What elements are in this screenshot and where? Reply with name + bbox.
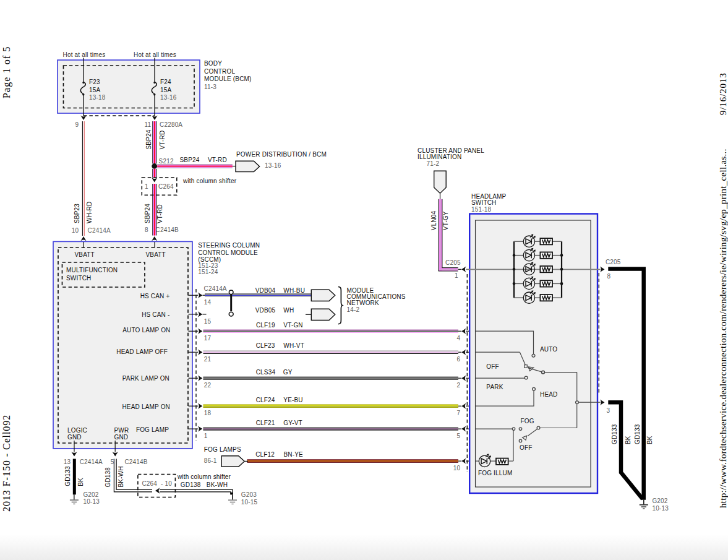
svg-text:151-23: 151-23 xyxy=(198,262,218,269)
svg-text:VDB05: VDB05 xyxy=(255,307,276,314)
svg-text:BN-YE: BN-YE xyxy=(284,451,304,458)
svg-text:2: 2 xyxy=(457,382,461,389)
svg-text:HS CAN -: HS CAN - xyxy=(142,311,169,318)
svg-text:10-13: 10-13 xyxy=(83,498,100,505)
svg-text:8: 8 xyxy=(145,226,148,233)
svg-text:151-24: 151-24 xyxy=(198,269,218,275)
svg-text:5: 5 xyxy=(457,433,461,439)
svg-text:HEAD LAMP ON: HEAD LAMP ON xyxy=(122,403,170,410)
svg-text:10: 10 xyxy=(72,227,79,234)
svg-text:CONTROL: CONTROL xyxy=(204,68,235,75)
svg-text:VLN04: VLN04 xyxy=(430,210,437,230)
svg-text:C2414B: C2414B xyxy=(124,459,147,465)
svg-text:C2414B: C2414B xyxy=(156,226,179,233)
svg-text:21: 21 xyxy=(204,356,212,363)
svg-text:CLF23: CLF23 xyxy=(256,342,275,349)
svg-text:F23: F23 xyxy=(89,79,100,85)
svg-text:10-15: 10-15 xyxy=(241,499,258,506)
svg-text:6: 6 xyxy=(457,356,461,363)
svg-text:GD138: GD138 xyxy=(181,481,201,488)
svg-text:with column shifter: with column shifter xyxy=(177,473,231,480)
svg-text:PARK LAMP ON: PARK LAMP ON xyxy=(122,375,169,382)
svg-text:BK-WH: BK-WH xyxy=(207,481,228,488)
svg-text:Hot at all times: Hot at all times xyxy=(134,51,176,58)
svg-text:C264: C264 xyxy=(158,183,174,190)
svg-text:HS CAN +: HS CAN + xyxy=(140,293,170,299)
svg-text:MODULE (BCM): MODULE (BCM) xyxy=(204,75,252,82)
svg-text:13: 13 xyxy=(64,459,71,465)
svg-text:CLF21: CLF21 xyxy=(256,420,275,426)
svg-text:POWER DISTRIBUTION / BCM: POWER DISTRIBUTION / BCM xyxy=(236,151,327,158)
svg-text:CONTROL MODULE: CONTROL MODULE xyxy=(198,249,258,256)
svg-text:AUTO LAMP ON: AUTO LAMP ON xyxy=(122,327,170,334)
svg-text:BK-WH: BK-WH xyxy=(118,466,124,487)
svg-text:F24: F24 xyxy=(160,79,171,85)
svg-text:VT-GY: VT-GY xyxy=(442,211,449,230)
svg-text:VT-GN: VT-GN xyxy=(283,322,302,329)
svg-text:9: 9 xyxy=(75,121,79,128)
svg-text:VT-RD: VT-RD xyxy=(208,157,227,163)
svg-text:WH-RD: WH-RD xyxy=(86,202,93,223)
svg-text:C2280A: C2280A xyxy=(160,121,182,128)
svg-text:17: 17 xyxy=(204,335,212,342)
svg-text:22: 22 xyxy=(204,382,212,389)
svg-text:BK: BK xyxy=(625,436,632,444)
svg-text:CLUSTER AND PANEL: CLUSTER AND PANEL xyxy=(418,147,484,154)
svg-text:C2414A: C2414A xyxy=(80,459,103,465)
svg-text:SWITCH: SWITCH xyxy=(66,275,92,282)
svg-text:15: 15 xyxy=(204,318,212,325)
svg-text:BK: BK xyxy=(646,436,653,444)
svg-text:S212: S212 xyxy=(159,158,174,165)
svg-text:SBP23: SBP23 xyxy=(74,204,80,223)
svg-text:4: 4 xyxy=(457,335,461,342)
svg-text:BODY: BODY xyxy=(204,60,222,67)
svg-text:C2414A: C2414A xyxy=(204,285,227,292)
svg-text:86-1: 86-1 xyxy=(204,457,217,464)
svg-text:GD133: GD133 xyxy=(611,424,618,444)
svg-text:10-13: 10-13 xyxy=(652,505,669,512)
svg-text:71-2: 71-2 xyxy=(427,160,440,167)
svg-text:STEERING COLUMN: STEERING COLUMN xyxy=(198,242,260,249)
svg-text:14-2: 14-2 xyxy=(347,306,360,313)
svg-text:PWR: PWR xyxy=(114,427,129,434)
svg-text:FOG: FOG xyxy=(521,418,534,424)
svg-text:13-16: 13-16 xyxy=(160,94,177,101)
svg-text:SBP24: SBP24 xyxy=(144,204,151,223)
svg-text:G203: G203 xyxy=(241,491,257,498)
svg-text:FOG LAMPS: FOG LAMPS xyxy=(204,446,241,453)
svg-text:OFF: OFF xyxy=(486,363,499,370)
svg-text:9/16/2013: 9/16/2013 xyxy=(718,73,728,116)
svg-text:GY-VT: GY-VT xyxy=(283,420,302,426)
svg-text:3: 3 xyxy=(607,407,610,414)
svg-text:15A: 15A xyxy=(160,87,171,93)
svg-text:CLF12: CLF12 xyxy=(255,451,275,458)
svg-text:SBP24: SBP24 xyxy=(145,129,152,149)
svg-text:Hot at all times: Hot at all times xyxy=(63,51,106,58)
svg-text:13-16: 13-16 xyxy=(265,162,281,169)
svg-text:GD138: GD138 xyxy=(105,467,111,488)
svg-text:G202: G202 xyxy=(83,491,98,498)
svg-text:VBATT: VBATT xyxy=(146,251,166,258)
svg-text:BK: BK xyxy=(77,478,84,486)
svg-text:HEAD LAMP OFF: HEAD LAMP OFF xyxy=(116,348,168,355)
svg-text:C205: C205 xyxy=(606,259,621,265)
svg-text:CLF19: CLF19 xyxy=(256,322,275,329)
svg-text:Page 1 of 5: Page 1 of 5 xyxy=(1,46,12,98)
svg-text:FOG LAMP: FOG LAMP xyxy=(136,426,169,433)
svg-text:14: 14 xyxy=(204,299,212,306)
svg-text:YE-BU: YE-BU xyxy=(283,397,302,403)
svg-text:C2414A: C2414A xyxy=(88,227,111,234)
svg-text:PARK: PARK xyxy=(486,384,503,390)
svg-text:AUTO: AUTO xyxy=(540,346,557,353)
svg-text:18: 18 xyxy=(204,410,212,416)
svg-text:1: 1 xyxy=(204,433,208,439)
svg-text:LOGIC: LOGIC xyxy=(67,427,87,434)
svg-text:VT-RD: VT-RD xyxy=(159,131,166,150)
svg-text:C205: C205 xyxy=(445,259,461,266)
svg-text:11-3: 11-3 xyxy=(204,84,216,90)
svg-text:1: 1 xyxy=(145,183,148,190)
svg-text:151-18: 151-18 xyxy=(471,206,491,213)
svg-text:HEAD: HEAD xyxy=(540,391,558,398)
svg-text:7: 7 xyxy=(457,410,461,416)
svg-text:WH-BU: WH-BU xyxy=(283,287,305,294)
